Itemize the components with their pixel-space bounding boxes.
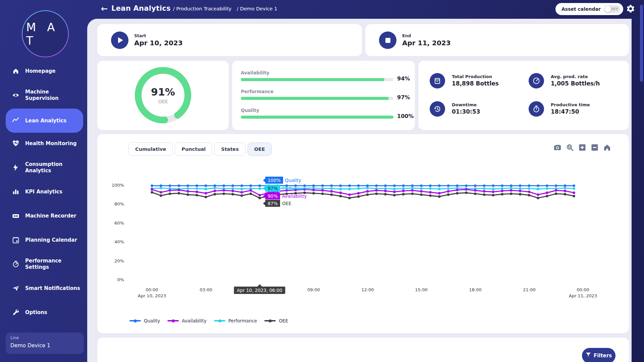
start-date-card: Start Apr 10, 2023 [97,24,362,56]
sidebar-item-label: Health Monitoring [25,140,80,147]
end-date: Apr 11, 2023 [402,39,451,47]
home-icon [12,67,19,75]
tab-punctual[interactable]: Punctual [175,142,212,156]
y-tick: 80% [101,201,124,206]
filters-button[interactable]: Filters [582,348,615,362]
legend-quality[interactable]: Quality [129,318,160,323]
start-label: Start [134,33,146,38]
sidebar-item-health-monitoring[interactable]: Health Monitoring [0,131,87,156]
sidebar-item-consumption-analytics[interactable]: Consumption Analytics [0,156,87,180]
sidebar-item-label: Consumption Analytics [25,161,80,174]
main-content: Start Apr 10, 2023 End Apr 11, 2023 91% … [87,19,632,362]
filter-icon [586,352,591,359]
x-tick: 18:00 [455,287,495,293]
eye-icon [12,92,19,99]
back-arrow-icon[interactable]: ← [99,4,109,14]
sidebar-item-machine-recorder[interactable]: Machine Recorder [0,204,87,228]
stats-card: Total Production 18,898 Bottles Avg. pro… [418,61,629,130]
x-tick: 00:00Apr 10, 2023 [132,287,172,299]
sidebar-item-planning-calendar[interactable]: Planning Calendar [0,228,87,252]
sidebar-item-homepage[interactable]: Homepage [0,59,87,83]
zoom-in-icon[interactable] [578,143,586,152]
x-tick: 12:00 [347,287,388,293]
chart-card: Cumulative Punctual States OEE 100% 8 [97,134,629,333]
oee-gauge-card: 91% OEE [97,61,229,130]
sidebar-item-options[interactable]: Options [0,300,87,324]
mat-logo: M A T [22,10,69,57]
calendar-icon [12,236,19,244]
tab-states[interactable]: States [214,142,246,156]
metric-availability: Availability 94% [241,70,406,75]
y-tick: 20% [101,258,124,263]
device-line-panel[interactable]: Line Demo Device 1 [6,333,84,354]
speedometer-icon [12,260,19,268]
chart-toolbar [553,143,611,152]
sidebar-item-smart-notifications[interactable]: Smart Notifications [0,276,87,300]
box-icon [430,73,445,88]
legend-oee[interactable]: OEE [264,318,288,323]
start-date: Apr 10, 2023 [134,39,183,47]
progress-track [241,78,393,81]
stop-icon [379,32,396,49]
oee-label: OEE [158,99,168,104]
zoom-out-icon[interactable] [591,143,599,152]
toggle-state-label: OFF [611,7,618,11]
metric-label: Quality [241,108,406,113]
legend-performance[interactable]: Performance [214,318,257,323]
recorder-icon [12,212,19,220]
home-icon[interactable] [603,143,611,152]
sidebar-item-machine-supervision[interactable]: Machine Supervision [0,83,87,107]
tab-oee[interactable]: OEE [248,142,272,156]
progress-track [241,97,393,100]
line-value: Demo Device 1 [10,343,79,349]
end-label: End [402,33,411,38]
asset-calendar-toggle-pill[interactable]: Asset calendar OFF [555,3,623,15]
chart-legend: Quality Availability Performance OEE [129,318,288,323]
asset-calendar-switch[interactable]: OFF [604,5,620,13]
stopwatch-icon [529,101,544,117]
hover-label-availability: 90% Availability [263,192,307,199]
breadcrumb-production-traceability[interactable]: / Production Traceability [173,6,231,11]
toggle-knob [604,6,611,12]
camera-icon[interactable] [553,143,561,152]
gauge-icon [529,73,544,88]
x-tick: 00:00Apr 11, 2023 [563,287,603,299]
sidebar-item-lean-analytics[interactable]: Lean Analytics [6,109,83,133]
hover-label-performance: 97% Performance [263,185,311,192]
stat-value: 18:47:50 [551,108,579,115]
sidebar-item-performance-settings[interactable]: Performance Settings [0,252,87,276]
sidebar-item-label: Smart Notifications [25,285,80,292]
sidebar-item-label: KPI Analytics [25,189,80,195]
progress-fill [241,97,389,100]
oee-value: 91% [151,86,175,98]
zoom-icon[interactable] [566,143,574,152]
sidebar-item-label: Homepage [25,68,80,74]
x-tick: 15:00 [401,287,441,293]
progress-fill [241,78,384,81]
tab-cumulative[interactable]: Cumulative [128,142,173,156]
line-plot[interactable] [152,186,583,280]
bar-chart-icon [12,188,19,195]
metric-quality: Quality 100% [241,108,406,113]
stat-label: Avg. prod. rate [551,74,588,79]
stat-value: 18,898 Bottles [452,80,499,87]
sidebar-item-label: Performance Settings [25,258,80,270]
wrench-icon [12,309,19,316]
page-title: Lean Analytics [111,4,171,12]
x-tick: 21:00 [509,287,549,293]
chart-tab-group: Cumulative Punctual States OEE [128,142,272,156]
gear-icon[interactable] [626,4,635,13]
breadcrumb-demo-device[interactable]: / Demo Device 1 [237,6,277,11]
sidebar: M A T Homepage Machine Supervision Lean … [0,0,87,362]
sidebar-item-kpi-analytics[interactable]: KPI Analytics [0,180,87,204]
legend-availability[interactable]: Availability [167,318,207,323]
axis-hover-tooltip: Apr 10, 2023, 06:00 [234,287,285,294]
progress-fill [241,116,393,119]
stat-value: 01:30:53 [452,108,480,115]
metric-label: Availability [241,70,406,75]
header: ← Lean Analytics / Production Traceabili… [0,0,644,19]
history-icon [430,101,445,117]
y-tick: 100% [101,183,124,188]
sidebar-item-label: Lean Analytics [25,118,80,124]
page-scrollbar[interactable] [640,5,643,82]
